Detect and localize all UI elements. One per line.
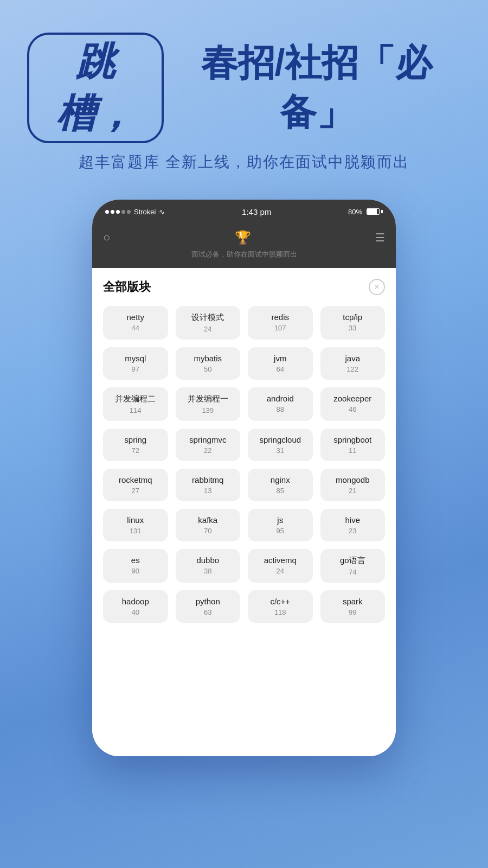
battery-percent: 80% <box>348 208 362 216</box>
tag-count: 131 <box>130 527 142 535</box>
tag-count: 24 <box>277 567 284 575</box>
tag-name: c/c++ <box>270 597 290 606</box>
tag-item[interactable]: js95 <box>248 509 313 541</box>
tag-count: 31 <box>277 446 284 455</box>
tag-item[interactable]: springmvc22 <box>176 429 241 461</box>
tag-name: spark <box>343 597 363 606</box>
tag-item[interactable]: java122 <box>320 347 386 380</box>
tag-count: 24 <box>204 325 211 333</box>
tag-name: 并发编程二 <box>115 394 156 404</box>
tag-count: 23 <box>349 527 356 535</box>
tag-name: mysql <box>125 354 146 363</box>
tag-name: es <box>131 556 140 565</box>
tag-count: 139 <box>202 406 214 414</box>
tag-name: android <box>267 394 294 403</box>
tag-item[interactable]: 设计模式24 <box>176 306 241 340</box>
tag-item[interactable]: springcloud31 <box>248 429 313 461</box>
tag-item[interactable]: netty44 <box>103 306 168 340</box>
tag-count: 40 <box>132 608 139 616</box>
tag-count: 97 <box>132 365 139 373</box>
tag-name: 并发编程一 <box>188 394 228 404</box>
wifi-icon: ∿ <box>159 208 165 216</box>
dot-3 <box>116 210 120 214</box>
tag-count: 85 <box>277 487 284 495</box>
tag-item[interactable]: springboot11 <box>320 429 386 461</box>
tag-count: 13 <box>204 487 211 495</box>
tag-name: mongodb <box>336 475 370 484</box>
tag-item[interactable]: spring72 <box>103 429 168 461</box>
tag-item[interactable]: c/c++118 <box>248 590 313 623</box>
tag-name: go语言 <box>340 556 365 566</box>
status-time: 1:43 pm <box>242 207 271 216</box>
tag-name: hive <box>345 515 360 525</box>
tag-count: 50 <box>204 365 211 373</box>
phone-mockup: Strokei ∿ 1:43 pm 80% ○ 🏆 ☰ 面试必备 <box>92 200 396 756</box>
tag-item[interactable]: jvm64 <box>248 347 313 380</box>
tag-count: 88 <box>277 405 284 413</box>
panel-header: 全部版块 × <box>103 279 385 295</box>
tag-item[interactable]: hadoop40 <box>103 590 168 623</box>
dot-5 <box>127 210 131 214</box>
tag-item[interactable]: rocketmq27 <box>103 469 168 501</box>
tag-item[interactable]: 并发编程一139 <box>176 387 241 421</box>
tag-item[interactable]: 并发编程二114 <box>103 387 168 421</box>
close-button[interactable]: × <box>369 279 385 295</box>
tag-item[interactable]: dubbo38 <box>176 549 241 583</box>
tag-item[interactable]: python63 <box>176 590 241 623</box>
banner-title: 跳槽， 春招/社招「必备」 <box>27 33 461 143</box>
trophy-icon[interactable]: 🏆 <box>235 230 251 245</box>
tag-item[interactable]: spark99 <box>320 590 386 623</box>
search-icon[interactable]: ○ <box>103 231 110 245</box>
tag-name: nginx <box>271 475 290 484</box>
tag-count: 72 <box>132 446 139 455</box>
tag-count: 90 <box>132 567 139 575</box>
tag-count: 70 <box>204 527 211 535</box>
tag-name: redis <box>271 312 289 322</box>
status-right: 80% <box>348 208 383 216</box>
tag-count: 46 <box>349 405 356 413</box>
carrier-name: Strokei <box>134 208 156 216</box>
tag-count: 22 <box>204 446 211 455</box>
dot-1 <box>105 210 109 214</box>
tag-item[interactable]: zookeeper46 <box>320 387 386 421</box>
tag-count: 63 <box>204 608 211 616</box>
tag-item[interactable]: kafka70 <box>176 509 241 541</box>
tag-item[interactable]: rabbitmq13 <box>176 469 241 501</box>
tag-name: springcloud <box>259 435 301 444</box>
tag-count: 95 <box>277 527 284 535</box>
header-top-row: ○ 🏆 ☰ <box>103 230 385 245</box>
tag-name: jvm <box>274 354 286 363</box>
tag-count: 64 <box>277 365 284 373</box>
banner-subtitle: 超丰富题库 全新上线，助你在面试中脱颖而出 <box>27 152 461 173</box>
tag-item[interactable]: hive23 <box>320 509 386 541</box>
tag-count: 33 <box>349 324 356 332</box>
tag-item[interactable]: android88 <box>248 387 313 421</box>
tag-item[interactable]: mongodb21 <box>320 469 386 501</box>
battery-icon <box>367 208 383 215</box>
battery-body <box>367 208 380 215</box>
tag-name: springmvc <box>189 435 226 444</box>
tag-item[interactable]: go语言74 <box>320 549 386 583</box>
banner-right-text: 春招/社招「必备」 <box>172 39 461 137</box>
status-left: Strokei ∿ <box>105 208 165 216</box>
tag-count: 21 <box>349 487 356 495</box>
tag-item[interactable]: activemq24 <box>248 549 313 583</box>
menu-icon[interactable]: ☰ <box>375 231 385 244</box>
tag-count: 122 <box>346 365 358 373</box>
tag-name: activemq <box>264 556 297 565</box>
tag-name: 设计模式 <box>191 312 224 323</box>
tag-count: 11 <box>349 446 356 455</box>
battery-tip <box>381 210 383 213</box>
tag-item[interactable]: tcp/ip33 <box>320 306 386 340</box>
tag-item[interactable]: linux131 <box>103 509 168 541</box>
tag-name: springboot <box>333 435 371 444</box>
tag-name: spring <box>124 435 146 444</box>
panel-title: 全部版块 <box>103 279 151 295</box>
tag-item[interactable]: mybatis50 <box>176 347 241 380</box>
tag-item[interactable]: redis107 <box>248 306 313 340</box>
app-header: ○ 🏆 ☰ 面试必备，助你在面试中脱颖而出 <box>92 224 396 268</box>
tag-item[interactable]: mysql97 <box>103 347 168 380</box>
tag-item[interactable]: es90 <box>103 549 168 583</box>
card-panel: 全部版块 × netty44设计模式24redis107tcp/ip33mysq… <box>92 268 396 756</box>
tag-item[interactable]: nginx85 <box>248 469 313 501</box>
